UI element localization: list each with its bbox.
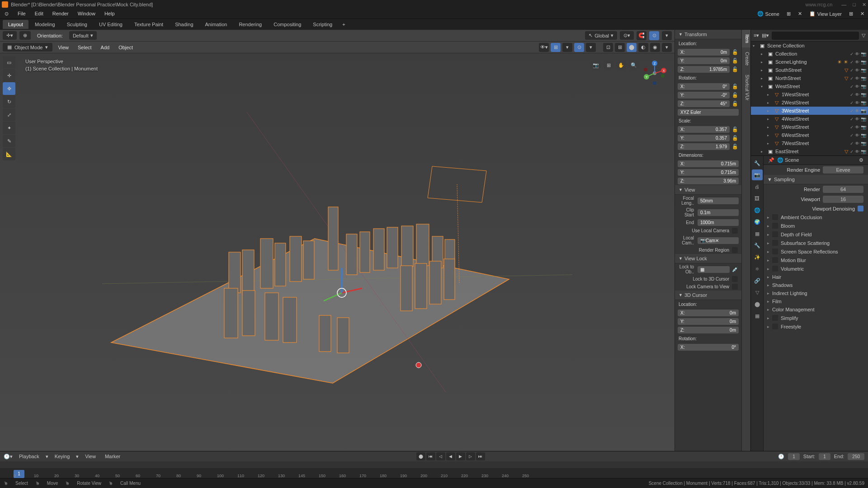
exclude-icon[interactable]: ✓ — [850, 92, 854, 97]
timeline-menu-marker[interactable]: Marker — [102, 453, 123, 460]
prop-section-header[interactable]: ▸Freestyle — [764, 322, 868, 331]
minimize-icon[interactable]: — — [841, 2, 846, 8]
render-icon[interactable]: 📷 — [861, 125, 866, 130]
eye-icon[interactable]: 👁 — [855, 52, 859, 56]
shading-solid[interactable]: ⬤ — [627, 43, 637, 52]
rotation-y-field[interactable]: Y:-0° — [678, 92, 730, 99]
outliner-item[interactable]: ▸▣Collection✓👁📷 — [751, 50, 868, 58]
outliner-item[interactable]: ▾▣WestStreet✓👁📷 — [751, 82, 868, 90]
scene-delete-button[interactable]: ✕ — [794, 9, 806, 19]
render-icon[interactable]: 📷 — [861, 84, 866, 89]
viewlock-panel-header[interactable]: ▼View Lock — [675, 254, 741, 263]
orientation-dropdown[interactable]: Default ▾ — [69, 31, 97, 40]
outliner-item[interactable]: ▸▽3WestStreet✓👁📷 — [751, 107, 868, 115]
prop-tab-viewlayer[interactable]: 🖼 — [752, 193, 763, 204]
section-enable-checkbox[interactable] — [772, 231, 778, 237]
menu-render[interactable]: Render — [48, 9, 73, 19]
jump-start-button[interactable]: ⏮ — [426, 452, 435, 460]
cursor-x-field[interactable]: X:0m — [678, 310, 739, 316]
tab-layout[interactable]: Layout — [3, 20, 28, 29]
eye-icon[interactable]: 👁 — [855, 92, 859, 97]
proportional-falloff-dropdown[interactable]: ▾ — [662, 31, 672, 40]
prop-tab-world[interactable]: 🌍 — [752, 216, 763, 227]
mode-dropdown[interactable]: ▦ Object Mode ▾ — [3, 43, 52, 52]
lock-icon[interactable]: 🔓 — [731, 49, 739, 55]
render-region-checkbox[interactable] — [732, 247, 738, 253]
timeline-ruler[interactable]: 1 01020304050607080901001101201301451501… — [0, 468, 868, 478]
viewport-denoising-checkbox[interactable] — [858, 206, 863, 211]
prop-tab-physics[interactable]: ⚛ — [752, 263, 763, 274]
lock-to-object-field[interactable]: ▦ — [698, 266, 730, 273]
nav-axis-gizmo[interactable]: X Y Z — [641, 60, 668, 87]
render-icon[interactable]: 📷 — [861, 149, 866, 154]
scale-x-field[interactable]: X:0.357 — [678, 126, 730, 133]
location-x-field[interactable]: X:0m — [678, 49, 730, 56]
viewport-menu-view[interactable]: View — [54, 43, 72, 52]
render-icon[interactable]: 📷 — [861, 76, 866, 81]
render-engine-dropdown[interactable]: Eevee — [823, 166, 863, 174]
prop-section-header[interactable]: ▸Subsurface Scattering — [764, 239, 868, 247]
prop-section-header[interactable]: ▸Indirect Lighting — [764, 289, 868, 297]
prop-section-header[interactable]: ▸Hair — [764, 273, 868, 281]
render-icon[interactable]: 📷 — [861, 117, 866, 122]
exclude-icon[interactable]: ✓ — [850, 84, 854, 89]
blender-app-icon[interactable]: ⊙ — [0, 9, 13, 19]
tab-modeling[interactable]: Modeling — [29, 20, 61, 29]
section-enable-checkbox[interactable] — [772, 315, 778, 321]
maximize-icon[interactable]: □ — [853, 2, 856, 8]
outliner-display-dropdown[interactable]: ▤▾ — [762, 33, 769, 38]
dim-x-field[interactable]: X:0.715m — [678, 160, 739, 167]
prop-tab-data[interactable]: ▽ — [752, 287, 763, 298]
location-y-field[interactable]: Y:0m — [678, 57, 730, 64]
cursor-pivot-dropdown[interactable]: ✛▾ — [3, 31, 17, 40]
outliner-filter-icon[interactable]: ▽ — [862, 33, 865, 38]
prop-tab-constraint[interactable]: 🔗 — [752, 275, 763, 286]
tool-rotate[interactable]: ↻ — [3, 95, 15, 108]
timeline-type-dropdown[interactable]: 🕐▾ — [4, 454, 13, 460]
snap-toggle[interactable]: 🧲 — [637, 31, 646, 40]
shading-dropdown[interactable]: ▾ — [662, 43, 672, 52]
eye-icon[interactable]: 👁 — [855, 133, 859, 138]
render-icon[interactable]: 📷 — [861, 141, 866, 146]
exclude-icon[interactable]: ✓ — [850, 52, 854, 56]
outliner-item[interactable]: ▸▽4WestStreet✓👁📷 — [751, 115, 868, 123]
shading-rendered[interactable]: ◉ — [650, 43, 660, 52]
viewport-menu-object[interactable]: Object — [115, 43, 137, 52]
dim-y-field[interactable]: Y:0.715m — [678, 169, 739, 176]
outliner-item[interactable]: ▸▣SceneLighting☀☀✓👁📷 — [751, 58, 868, 66]
eye-icon[interactable]: 👁 — [855, 68, 859, 73]
eyedropper-icon[interactable]: 💉 — [731, 267, 739, 272]
outliner-item[interactable]: ▸▽1WestStreet✓👁📷 — [751, 90, 868, 99]
outliner-tree[interactable]: ▾▣Scene Collection▸▣Collection✓👁📷▸▣Scene… — [751, 42, 868, 155]
viewport-3d-canvas[interactable]: User Perspective (1) Scene Collection | … — [0, 53, 675, 451]
gizmo-toggle[interactable]: ⊞ — [551, 43, 561, 52]
prop-section-header[interactable]: ▸Motion Blur — [764, 256, 868, 264]
outliner-item[interactable]: ▸▽2WestStreet✓👁📷 — [751, 99, 868, 107]
clip-start-field[interactable]: 0.1m — [698, 209, 739, 216]
npanel-tab-shortcut[interactable]: Shortcut VUr — [742, 70, 750, 105]
npanel-tab-create[interactable]: Create — [742, 47, 750, 70]
transform-panel-header[interactable]: ▼Transform — [675, 30, 741, 39]
lock-icon[interactable]: 🔓 — [731, 101, 739, 107]
outliner-item[interactable]: ▸▽7WestStreet✓👁📷 — [751, 139, 868, 147]
menu-window[interactable]: Window — [73, 9, 100, 19]
tab-uv-editing[interactable]: UV Editing — [94, 20, 128, 29]
exclude-icon[interactable]: ✓ — [850, 149, 854, 154]
nav-zoom-icon[interactable]: 🔍 — [628, 60, 639, 70]
tab-sculpting[interactable]: Sculpting — [61, 20, 93, 29]
menu-edit[interactable]: Edit — [30, 9, 48, 19]
jump-end-button[interactable]: ⏭ — [476, 452, 485, 460]
tab-compositing[interactable]: Compositing — [268, 20, 307, 29]
current-frame-field[interactable]: 1 — [788, 453, 800, 460]
rotation-x-field[interactable]: X:0° — [678, 83, 730, 90]
exclude-icon[interactable]: ✓ — [850, 76, 854, 81]
keyframe-next-button[interactable]: ▷ — [466, 452, 475, 460]
tool-transform[interactable]: ✦ — [3, 122, 15, 134]
outliner-item[interactable]: ▸▣SouthStreet▽✓👁📷 — [751, 66, 868, 74]
view-panel-header[interactable]: ▼View — [675, 185, 741, 195]
tool-move[interactable]: ✥ — [3, 82, 15, 95]
xray-toggle[interactable]: ⊡ — [603, 43, 613, 52]
lock-icon[interactable]: 🔓 — [731, 92, 739, 98]
timeline-menu-keying[interactable]: Keying — [52, 453, 73, 460]
lock-3d-cursor-checkbox[interactable] — [732, 276, 738, 282]
